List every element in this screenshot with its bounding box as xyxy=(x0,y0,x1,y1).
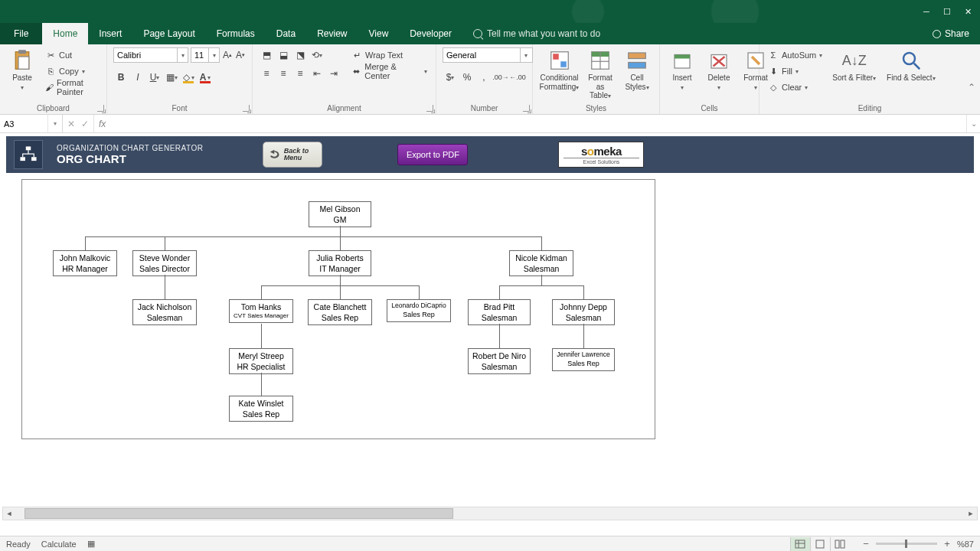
borders-button[interactable]: ▦▾ xyxy=(164,70,179,85)
align-center-button[interactable]: ≡ xyxy=(276,66,291,81)
increase-indent-button[interactable]: ⇥ xyxy=(326,66,341,81)
italic-button[interactable]: I xyxy=(130,70,145,85)
ribbon-collapse-button[interactable]: ⌃ xyxy=(968,82,975,93)
tab-review[interactable]: Review xyxy=(306,23,358,44)
enter-formula-button[interactable]: ✓ xyxy=(81,119,89,129)
scrollbar-thumb[interactable] xyxy=(24,508,453,519)
align-right-button[interactable]: ≡ xyxy=(292,66,308,81)
orientation-button[interactable]: ⟲▾ xyxy=(309,47,325,63)
clear-button[interactable]: ◇Clear ▾ xyxy=(766,80,825,95)
align-left-button[interactable]: ≡ xyxy=(259,66,274,81)
view-normal-button[interactable] xyxy=(790,537,810,551)
org-node[interactable]: Cate BlanchettSales Rep xyxy=(308,299,372,325)
percent-format-button[interactable]: % xyxy=(459,70,475,85)
sort-filter-button[interactable]: A↓ZSort & Filter▾ xyxy=(829,47,879,84)
someka-logo[interactable]: sosomekameka Excel Solutions xyxy=(558,142,644,168)
org-node-root[interactable]: Mel Gibson GM xyxy=(309,201,371,227)
window-close-button[interactable]: ✕ xyxy=(963,7,972,16)
number-dialog-launcher[interactable] xyxy=(523,105,530,112)
delete-cells-button[interactable]: Delete▾ xyxy=(703,47,735,93)
scroll-left-button[interactable]: ◄ xyxy=(3,507,15,520)
org-node[interactable]: Julia RobertsIT Manager xyxy=(309,250,371,276)
conditional-formatting-button[interactable]: Conditional Formatting▾ xyxy=(539,47,580,93)
fx-label[interactable]: fx xyxy=(94,115,110,132)
tab-page-layout[interactable]: Page Layout xyxy=(132,23,205,44)
fill-color-button[interactable]: ◇▾ xyxy=(181,70,196,85)
cancel-formula-button[interactable]: ✕ xyxy=(67,119,75,129)
zoom-level[interactable]: %87 xyxy=(957,540,974,549)
zoom-control[interactable]: − + %87 xyxy=(861,538,974,549)
scroll-right-button[interactable]: ► xyxy=(965,507,977,520)
view-page-break-button[interactable] xyxy=(830,537,850,551)
formula-input[interactable] xyxy=(110,115,966,132)
increase-decimal-button[interactable]: .00→ xyxy=(493,70,508,85)
accounting-format-button[interactable]: $▾ xyxy=(443,70,458,85)
tab-developer[interactable]: Developer xyxy=(399,23,462,44)
org-node[interactable]: Tom HanksCVT Sales Manager xyxy=(229,299,293,323)
org-node[interactable]: Robert De NiroSalesman xyxy=(468,348,531,374)
cut-button[interactable]: ✂Cut xyxy=(43,47,100,63)
zoom-out-button[interactable]: − xyxy=(861,538,871,549)
wrap-text-button[interactable]: ↵Wrap Text xyxy=(349,47,430,63)
decrease-font-button[interactable]: A▾ xyxy=(235,47,246,63)
horizontal-scrollbar[interactable]: ◄ ► xyxy=(2,507,978,520)
tab-view[interactable]: View xyxy=(358,23,400,44)
merge-center-button[interactable]: ⬌Merge & Center ▾ xyxy=(349,64,430,79)
status-calculate[interactable]: Calculate xyxy=(41,540,77,549)
align-middle-button[interactable]: ⬓ xyxy=(276,47,291,63)
tab-insert[interactable]: Insert xyxy=(88,23,132,44)
view-page-layout-button[interactable] xyxy=(810,537,830,551)
expand-formula-bar-button[interactable]: ⌄ xyxy=(966,115,980,132)
tab-file[interactable]: File xyxy=(0,23,42,44)
align-bottom-button[interactable]: ⬔ xyxy=(292,47,308,63)
tab-home[interactable]: Home xyxy=(42,23,88,44)
chevron-down-icon[interactable]: ▾ xyxy=(47,115,61,132)
org-node[interactable]: Steve WonderSales Director xyxy=(132,250,197,276)
org-node[interactable]: Leonardo DiCaprioSales Rep xyxy=(387,299,451,322)
export-pdf-button[interactable]: Export to PDF xyxy=(397,144,468,165)
fill-button[interactable]: ⬇Fill ▾ xyxy=(766,64,825,79)
org-node[interactable]: John MalkovicHR Manager xyxy=(53,250,117,276)
macro-record-icon[interactable]: ▦ xyxy=(87,539,95,549)
decrease-decimal-button[interactable]: ←.00 xyxy=(510,70,525,85)
autosum-button[interactable]: ΣAutoSum ▾ xyxy=(766,47,825,63)
find-select-button[interactable]: Find & Select▾ xyxy=(884,47,938,84)
org-node[interactable]: Johnny DeppSalesman xyxy=(552,299,615,325)
paste-button[interactable]: Paste▾ xyxy=(6,47,38,93)
font-name-select[interactable]: ▾ xyxy=(113,47,188,63)
name-box[interactable]: ▾ xyxy=(0,115,63,132)
increase-font-button[interactable]: A▴ xyxy=(222,47,233,63)
org-node[interactable]: Kate WinsletSales Rep xyxy=(229,396,293,422)
org-node[interactable]: Brad PittSalesman xyxy=(468,299,531,325)
org-node[interactable]: Meryl StreepHR Specialist xyxy=(229,348,293,374)
underline-button[interactable]: U▾ xyxy=(147,70,162,85)
format-as-table-button[interactable]: Format as Table▾ xyxy=(584,47,616,102)
align-top-button[interactable]: ⬒ xyxy=(259,47,274,63)
window-minimize-button[interactable]: ─ xyxy=(922,7,931,16)
org-node[interactable]: Nicole KidmanSalesman xyxy=(509,250,573,276)
tab-data[interactable]: Data xyxy=(266,23,306,44)
org-node[interactable]: Jennifer LawrenceSales Rep xyxy=(552,348,615,371)
cell-styles-button[interactable]: Cell Styles▾ xyxy=(621,47,653,93)
clipboard-dialog-launcher[interactable] xyxy=(97,105,104,112)
worksheet-area[interactable]: ORGANIZATION CHART GENERATOR ORG CHART B… xyxy=(0,133,980,505)
copy-button[interactable]: ⎘Copy ▾ xyxy=(43,64,100,79)
comma-format-button[interactable]: , xyxy=(476,70,492,85)
font-dialog-launcher[interactable] xyxy=(243,105,250,112)
bold-button[interactable]: B xyxy=(113,70,129,85)
tab-formulas[interactable]: Formulas xyxy=(206,23,266,44)
decrease-indent-button[interactable]: ⇤ xyxy=(309,66,325,81)
insert-cells-button[interactable]: Insert▾ xyxy=(666,47,698,93)
org-node[interactable]: Jack NicholsonSalesman xyxy=(132,299,197,325)
back-to-menu-button[interactable]: Back to Menu xyxy=(263,142,322,168)
zoom-slider[interactable] xyxy=(876,543,937,545)
font-size-select[interactable]: ▾ xyxy=(191,47,220,63)
tell-me-search[interactable]: Tell me what you want to do xyxy=(462,23,611,44)
format-painter-button[interactable]: 🖌Format Painter xyxy=(43,80,100,95)
alignment-dialog-launcher[interactable] xyxy=(426,105,433,112)
font-color-button[interactable]: A▾ xyxy=(198,70,213,85)
share-button[interactable]: Share xyxy=(922,23,980,44)
zoom-in-button[interactable]: + xyxy=(942,538,952,549)
window-maximize-button[interactable]: ☐ xyxy=(942,7,952,16)
number-format-select[interactable]: ▾ xyxy=(443,47,533,63)
